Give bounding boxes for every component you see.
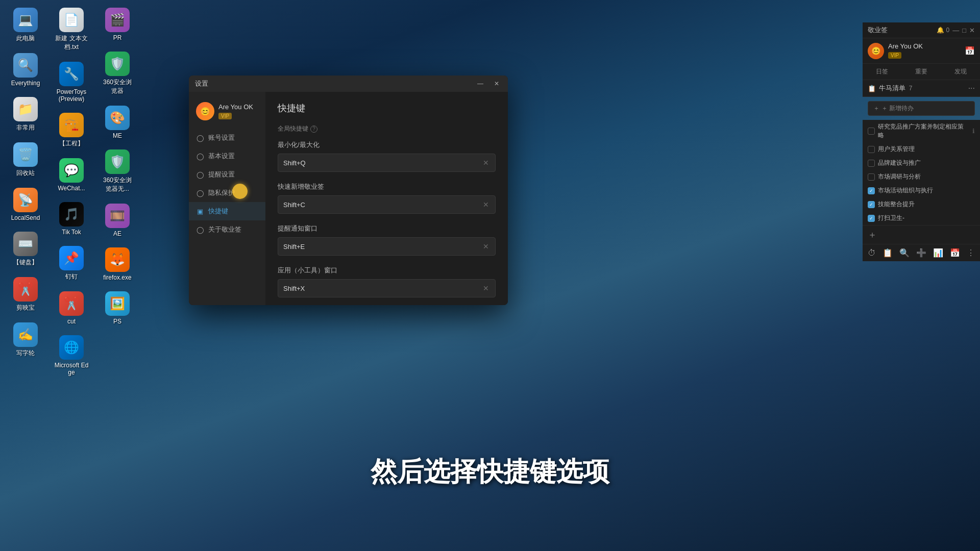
desktop-icon-gongcheng[interactable]: 🏗️ 【工程】 — [51, 110, 92, 151]
tab-daily[interactable]: 日签 — [863, 64, 902, 80]
desktop-icon-ae[interactable]: 🎞️ AE — [97, 201, 138, 240]
shortcut-label-quickadd: 快速新增敬业签 — [278, 182, 496, 191]
shortcut-clear-reminder[interactable]: ✕ — [482, 241, 490, 252]
close-button[interactable]: ✕ — [489, 79, 504, 89]
add-task-placeholder: ＋ 新增待办 — [881, 104, 914, 113]
desktop-icon-tiktok[interactable]: 🎵 Tik Tok — [51, 199, 92, 238]
shortcut-input-wrap-minimize[interactable]: ✕ — [278, 154, 496, 172]
task-text-4: 市场活动组织与执行 — [878, 186, 975, 195]
desktop-icon-everything[interactable]: 🔍 Everything — [5, 51, 46, 89]
desktop-icon-huishou[interactable]: 🗑️ 回收站 — [5, 140, 46, 180]
desktop-icon-wechat[interactable]: 💬 WeChat... — [51, 156, 92, 194]
desktop-icon-feichangyong[interactable]: 📁 非常用 — [5, 94, 46, 135]
desktop-icon-ps[interactable]: 🖼️ PS — [97, 289, 138, 328]
shortcut-input-app[interactable] — [283, 285, 482, 292]
gongcheng-icon: 🏗️ — [59, 113, 84, 137]
global-help-icon[interactable]: ? — [310, 126, 317, 133]
sidebar-item-about[interactable]: ◯ 关于敬业签 — [189, 220, 265, 239]
desktop-icon-firefox[interactable]: 🦊 firefox.exe — [97, 245, 138, 284]
desktop-icon-360[interactable]: 🛡️ 360安全浏 览器 — [97, 49, 138, 98]
feichangyong-label: 非常用 — [16, 123, 35, 132]
shortcut-input-wrap-quickadd[interactable]: ✕ — [278, 195, 496, 214]
desktop-icon-jianji[interactable]: ⌨️ 【键盘】 — [5, 229, 46, 269]
shortcut-input-wrap-reminder[interactable]: ✕ — [278, 237, 496, 256]
huishou-label: 回收站 — [16, 169, 35, 178]
task-item-1[interactable]: 用户关系管理 — [863, 142, 980, 156]
desktop-icon-xiezilun[interactable]: ✍️ 写字轮 — [5, 320, 46, 360]
desktop-icon-pc[interactable]: 💻 此电脑 — [5, 5, 46, 45]
minimize-button[interactable]: — — [473, 79, 487, 89]
panel-maximize-btn[interactable]: □ — [962, 27, 966, 34]
desktop-icon-me[interactable]: 🎨 ME — [97, 103, 138, 142]
task-item-2[interactable]: 品牌建设与推广 — [863, 156, 980, 170]
desktop-icon-localsend[interactable]: 📡 LocalSend — [5, 185, 46, 224]
desktop-icon-pr[interactable]: 🎬 PR — [97, 5, 138, 44]
footer-add-btn[interactable]: ➕ — [916, 248, 926, 258]
desktop-icon-jianbi[interactable]: ✂️ 剪映宝 — [5, 274, 46, 315]
tiktok-label: Tik Tok — [62, 229, 81, 236]
task-checkbox-1[interactable] — [868, 146, 875, 153]
sidebar-item-account[interactable]: ◯ 账号设置 — [189, 129, 265, 147]
shortcut-input-minimize[interactable] — [283, 159, 482, 167]
sidebar-item-label-about: 关于敬业签 — [208, 225, 241, 234]
task-checkbox-2[interactable] — [868, 160, 875, 167]
shortcut-clear-minimize[interactable]: ✕ — [482, 158, 490, 168]
desktop-icon-xinjian[interactable]: 📄 新建 文本文 档.txt — [51, 5, 92, 54]
task-checkbox-6[interactable]: ✓ — [868, 215, 875, 222]
add-note-btn[interactable]: ＋ — [868, 230, 877, 240]
desktop-icon-360s[interactable]: 🛡️ 360安全浏 览器无... — [97, 147, 138, 196]
footer-timer-btn[interactable]: ⏱ — [868, 248, 876, 258]
panel-vip-badge: VIP — [888, 52, 901, 59]
task-item-6[interactable]: ✓ 打扫卫生- — [863, 211, 980, 225]
desktop-icon-powertoys[interactable]: 🔧 PowerToys (Preview) — [51, 59, 92, 105]
settings-dialog-header: 设置 — ✕ — [189, 76, 508, 92]
jianji-label: 【键盘】 — [13, 258, 38, 267]
panel-user-info: Are You OK VIP — [888, 42, 961, 59]
desktop-icon-cut[interactable]: ✂️ cut — [51, 289, 92, 328]
sidebar-item-label-privacy: 隐私保护 — [208, 188, 235, 197]
shortcut-input-wrap-app[interactable]: ✕ — [278, 279, 496, 297]
footer-search-btn[interactable]: 🔍 — [899, 248, 910, 258]
tab-discover[interactable]: 发现 — [941, 64, 980, 80]
panel-calendar-btn[interactable]: 📅 — [965, 46, 975, 56]
list-header-icon: 📋 — [868, 85, 876, 92]
shortcut-input-reminder[interactable] — [283, 243, 482, 251]
panel-close-btn[interactable]: ✕ — [969, 27, 975, 34]
xinjian-icon: 📄 — [59, 8, 84, 32]
sidebar-item-basic[interactable]: ◯ 基本设置 — [189, 147, 265, 165]
me-label: ME — [113, 132, 122, 139]
desktop-icon-dingding[interactable]: 📌 钉钉 — [51, 243, 92, 284]
footer-list-btn[interactable]: 📋 — [883, 248, 893, 258]
add-task-input[interactable]: ＋ ＋ 新增待办 — [868, 101, 975, 116]
footer-more-btn[interactable]: ⋮ — [967, 248, 975, 258]
xiezilun-icon: ✍️ — [13, 322, 38, 347]
task-checkbox-4[interactable]: ✓ — [868, 187, 875, 194]
sidebar-item-reminder[interactable]: ◯ 提醒设置 — [189, 165, 265, 184]
tab-important[interactable]: 重要 — [902, 64, 941, 80]
panel-minimize-btn[interactable]: — — [952, 27, 959, 34]
task-item-5[interactable]: ✓ 技能整合提升 — [863, 197, 980, 211]
powertoys-label: PowerToys (Preview) — [54, 88, 89, 103]
jianbi-icon: ✂️ — [13, 277, 38, 302]
task-text-5: 技能整合提升 — [878, 200, 975, 209]
shortcut-clear-app[interactable]: ✕ — [482, 283, 490, 293]
desktop-icon-msedge[interactable]: 🌐 Microsoft Edge — [51, 333, 92, 379]
footer-chart-btn[interactable]: 📊 — [933, 248, 943, 258]
huishou-icon: 🗑️ — [13, 142, 38, 167]
task-item-4[interactable]: ✓ 市场活动组织与执行 — [863, 184, 980, 197]
shortcut-input-quickadd[interactable] — [283, 201, 482, 209]
task-checkbox-3[interactable] — [868, 173, 875, 181]
task-item-0[interactable]: 研究竞品推广方案并制定相应策略 ℹ — [863, 120, 980, 142]
task-checkbox-5[interactable]: ✓ — [868, 201, 875, 208]
shortcut-label-reminder: 提醒通知窗口 — [278, 224, 496, 233]
shortcut-clear-quickadd[interactable]: ✕ — [482, 199, 490, 210]
sidebar-item-privacy[interactable]: ◯ 隐私保护 — [189, 184, 265, 202]
list-more-btn[interactable]: ··· — [968, 84, 975, 93]
add-note-row: ＋ — [863, 225, 980, 244]
sidebar-item-shortcut[interactable]: ▣ 快捷键 — [189, 202, 265, 220]
panel-user-name: Are You OK — [888, 42, 961, 50]
footer-cal-btn[interactable]: 📅 — [950, 248, 960, 258]
task-checkbox-0[interactable] — [868, 128, 875, 135]
shortcut-group-app: 应用（小工具）窗口 ✕ — [278, 266, 496, 297]
task-item-3[interactable]: 市场调研与分析 — [863, 170, 980, 184]
